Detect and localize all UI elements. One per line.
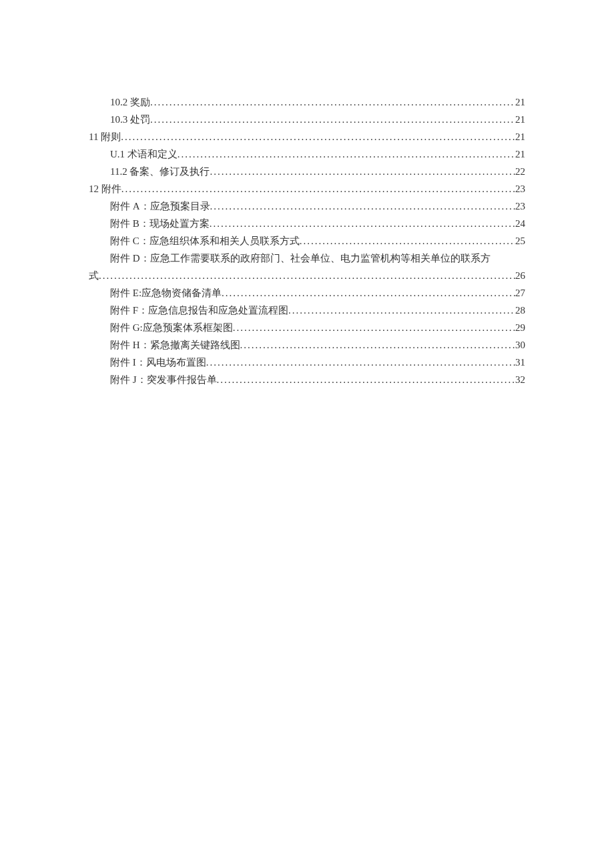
toc-label: 12 附件	[89, 180, 121, 197]
toc-label: 附件 C：应急组织体系和相关人员联系方式	[110, 232, 300, 250]
toc-dots	[300, 232, 515, 250]
toc-entry: 12 附件 23	[89, 180, 525, 197]
toc-label: 11.2 备案、修订及执行	[110, 163, 210, 180]
toc-pagenum: 21	[515, 128, 525, 145]
toc-pagenum: 32	[515, 371, 525, 388]
toc-label: 附件 B：现场处置方案	[110, 215, 210, 232]
toc-label: 附件 D：应急工作需要联系的政府部门、社会单位、电力监管机构等相关单位的联系方	[110, 253, 491, 264]
toc-entry: 附件 I：风电场布置图 31	[89, 354, 525, 371]
toc-pagenum: 31	[515, 354, 525, 371]
toc-label: 式	[89, 267, 99, 284]
toc-entry: 附件 G:应急预案体系框架图 29	[89, 319, 525, 336]
toc-dots	[178, 145, 515, 163]
toc-dots	[210, 163, 515, 180]
toc-pagenum: 24	[515, 215, 525, 232]
toc-entry: 附件 H：紧急撤离关键路线图 30	[89, 336, 525, 354]
toc-entry-wrapped-line2: 式 26	[89, 267, 525, 284]
toc-label: 附件 H：紧急撤离关键路线图	[110, 336, 240, 354]
toc-pagenum: 21	[515, 145, 525, 163]
toc-pagenum: 23	[515, 197, 525, 215]
toc-entry: 11.2 备案、修订及执行 22	[89, 163, 525, 180]
toc-pagenum: 21	[515, 93, 525, 111]
toc-dots	[206, 354, 515, 371]
toc-label: 附件 E:应急物资储备清单	[110, 284, 222, 302]
toc-dots	[99, 267, 515, 284]
toc-dots	[288, 302, 515, 319]
toc-entry: 11 附则 21	[89, 128, 525, 145]
toc-label: 11 附则	[89, 128, 121, 145]
toc-label: U.1 术语和定义	[110, 145, 178, 163]
toc-entry: 附件 B：现场处置方案 24	[89, 215, 525, 232]
toc-pagenum: 21	[515, 111, 525, 128]
toc-entry: 附件 J：突发事件报告单 32	[89, 371, 525, 388]
toc-pagenum: 28	[515, 302, 525, 319]
toc-dots	[217, 371, 515, 388]
toc-dots	[210, 197, 515, 215]
toc-dots	[121, 180, 515, 197]
toc-dots	[240, 336, 515, 354]
toc-label: 10.3 处罚	[110, 111, 150, 128]
toc-label: 附件 J：突发事件报告单	[110, 371, 217, 388]
toc-dots	[150, 93, 515, 111]
toc-label: 10.2 奖励	[110, 93, 150, 111]
toc-dots	[210, 215, 515, 232]
toc-pagenum: 25	[515, 232, 525, 250]
toc-pagenum: 22	[515, 163, 525, 180]
document-page: 10.2 奖励 21 10.3 处罚 21 11 附则 21 U.1 术语和定义…	[0, 0, 614, 868]
toc-pagenum: 23	[515, 180, 525, 197]
toc-entry-wrapped-line1: 附件 D：应急工作需要联系的政府部门、社会单位、电力监管机构等相关单位的联系方	[89, 250, 525, 267]
toc-label: 附件 I：风电场布置图	[110, 354, 206, 371]
toc-dots	[222, 284, 515, 302]
toc-pagenum: 27	[515, 284, 525, 302]
toc-pagenum: 26	[515, 267, 525, 284]
toc-entry: 10.3 处罚 21	[89, 111, 525, 128]
toc-entry: 附件 A：应急预案目录 23	[89, 197, 525, 215]
toc-label: 附件 G:应急预案体系框架图	[110, 319, 233, 336]
toc-label: 附件 F：应急信息报告和应急处置流程图	[110, 302, 288, 319]
toc-pagenum: 29	[515, 319, 525, 336]
toc-entry: 附件 E:应急物资储备清单 27	[89, 284, 525, 302]
toc-entry: 附件 C：应急组织体系和相关人员联系方式 25	[89, 232, 525, 250]
toc-dots	[233, 319, 515, 336]
toc-entry: 附件 F：应急信息报告和应急处置流程图 28	[89, 302, 525, 319]
toc-dots	[121, 128, 515, 145]
toc-label: 附件 A：应急预案目录	[110, 197, 210, 215]
toc-dots	[150, 111, 515, 128]
toc-pagenum: 30	[515, 336, 525, 354]
toc-entry: U.1 术语和定义 21	[89, 145, 525, 163]
toc-entry: 10.2 奖励 21	[89, 93, 525, 111]
